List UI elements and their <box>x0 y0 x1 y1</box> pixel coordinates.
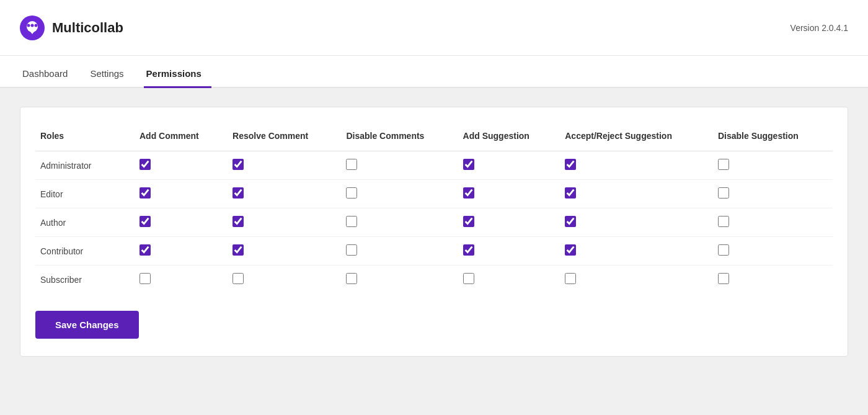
permission-cell <box>135 266 228 294</box>
app-name: Multicollab <box>52 20 123 36</box>
tab-settings[interactable]: Settings <box>87 68 133 88</box>
permission-cell <box>341 208 458 237</box>
checkbox-add_suggestion_1[interactable] <box>463 187 474 199</box>
logo-area: Multicollab <box>20 16 123 40</box>
table-row: Author <box>35 208 833 237</box>
checkbox-add_comment_2[interactable] <box>140 216 151 227</box>
checkbox-disable_comments_1[interactable] <box>346 187 357 199</box>
checkbox-add_comment_1[interactable] <box>140 187 151 199</box>
table-header-row: Roles Add Comment Resolve Comment Disabl… <box>35 125 833 151</box>
checkbox-disable_comments_0[interactable] <box>346 159 357 170</box>
checkbox-add_suggestion_3[interactable] <box>463 244 474 256</box>
svg-point-4 <box>35 24 38 27</box>
checkbox-accept_reject_suggestion_2[interactable] <box>565 216 576 227</box>
permissions-table: Roles Add Comment Resolve Comment Disabl… <box>35 125 833 293</box>
permission-cell <box>560 208 713 237</box>
col-header-accept-reject-suggestion: Accept/Reject Suggestion <box>560 125 713 151</box>
checkbox-resolve_comment_3[interactable] <box>232 244 244 256</box>
permission-cell <box>713 237 833 266</box>
checkbox-accept_reject_suggestion_3[interactable] <box>565 244 576 256</box>
role-name: Editor <box>35 180 135 208</box>
col-header-add-suggestion: Add Suggestion <box>458 125 560 151</box>
permission-cell <box>341 237 458 266</box>
save-changes-button[interactable]: Save Changes <box>35 311 139 339</box>
table-row: Editor <box>35 180 833 208</box>
permission-cell <box>560 151 713 180</box>
checkbox-add_comment_4[interactable] <box>140 273 151 284</box>
checkbox-disable_suggestion_2[interactable] <box>718 216 729 227</box>
permission-cell <box>458 208 560 237</box>
checkbox-accept_reject_suggestion_0[interactable] <box>565 159 576 170</box>
col-header-roles: Roles <box>35 125 135 151</box>
checkbox-add_comment_0[interactable] <box>140 159 151 170</box>
tab-dashboard[interactable]: Dashboard <box>20 68 78 88</box>
col-header-disable-suggestion: Disable Suggestion <box>713 125 833 151</box>
permission-cell <box>135 237 228 266</box>
svg-point-2 <box>27 24 30 27</box>
checkbox-disable_comments_4[interactable] <box>346 273 357 284</box>
checkbox-disable_suggestion_3[interactable] <box>718 244 729 256</box>
role-name: Administrator <box>35 151 135 180</box>
checkbox-add_suggestion_0[interactable] <box>463 159 474 170</box>
permission-cell <box>560 180 713 208</box>
checkbox-disable_suggestion_4[interactable] <box>718 273 729 284</box>
checkbox-disable_comments_3[interactable] <box>346 244 357 256</box>
permission-cell <box>135 180 228 208</box>
checkbox-accept_reject_suggestion_1[interactable] <box>565 187 576 199</box>
col-header-add-comment: Add Comment <box>135 125 228 151</box>
version-text: Version 2.0.4.1 <box>790 23 848 33</box>
checkbox-resolve_comment_2[interactable] <box>232 216 244 227</box>
tab-permissions[interactable]: Permissions <box>144 68 211 88</box>
permission-cell <box>228 151 341 180</box>
permission-cell <box>135 151 228 180</box>
checkbox-resolve_comment_0[interactable] <box>232 159 244 170</box>
permission-cell <box>458 180 560 208</box>
role-name: Author <box>35 208 135 237</box>
permission-cell <box>713 208 833 237</box>
role-name: Subscriber <box>35 266 135 294</box>
permission-cell <box>713 151 833 180</box>
checkbox-accept_reject_suggestion_4[interactable] <box>565 273 576 284</box>
checkbox-disable_suggestion_0[interactable] <box>718 159 729 170</box>
permission-cell <box>458 266 560 294</box>
table-row: Administrator <box>35 151 833 180</box>
checkbox-add_comment_3[interactable] <box>140 244 151 256</box>
permission-cell <box>341 180 458 208</box>
permission-cell <box>458 151 560 180</box>
permission-cell <box>458 237 560 266</box>
checkbox-add_suggestion_4[interactable] <box>463 273 474 284</box>
permissions-card: Roles Add Comment Resolve Comment Disabl… <box>20 107 848 357</box>
permission-cell <box>228 266 341 294</box>
permission-cell <box>228 237 341 266</box>
permission-cell <box>135 208 228 237</box>
permission-cell <box>560 237 713 266</box>
permission-cell <box>341 151 458 180</box>
checkbox-disable_suggestion_1[interactable] <box>718 187 729 199</box>
role-name: Contributor <box>35 237 135 266</box>
permission-cell <box>228 208 341 237</box>
permission-cell <box>713 266 833 294</box>
col-header-disable-comments: Disable Comments <box>341 125 458 151</box>
checkbox-resolve_comment_1[interactable] <box>232 187 244 199</box>
permission-cell <box>560 266 713 294</box>
app-logo-icon <box>20 16 45 40</box>
permission-cell <box>713 180 833 208</box>
svg-point-3 <box>31 24 34 27</box>
checkbox-disable_comments_2[interactable] <box>346 216 357 227</box>
col-header-resolve-comment: Resolve Comment <box>228 125 341 151</box>
checkbox-add_suggestion_2[interactable] <box>463 216 474 227</box>
checkbox-resolve_comment_4[interactable] <box>232 273 244 284</box>
table-row: Subscriber <box>35 266 833 294</box>
permission-cell <box>228 180 341 208</box>
app-header: Multicollab Version 2.0.4.1 <box>0 0 868 56</box>
main-content: Roles Add Comment Resolve Comment Disabl… <box>0 89 868 374</box>
permission-cell <box>341 266 458 294</box>
nav-bar: Dashboard Settings Permissions <box>0 56 868 88</box>
table-row: Contributor <box>35 237 833 266</box>
